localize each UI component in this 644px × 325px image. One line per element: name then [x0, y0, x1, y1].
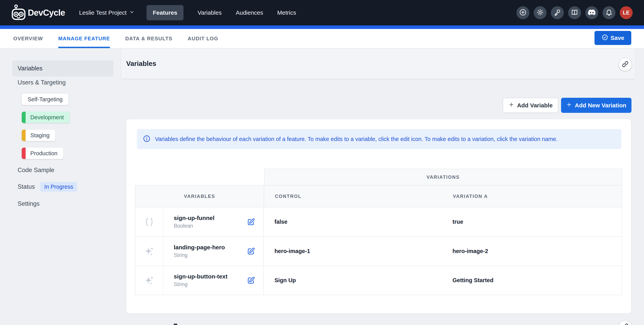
check-circle-icon — [602, 34, 608, 42]
user-avatar[interactable]: LE — [620, 6, 633, 19]
gear-icon — [536, 8, 544, 17]
control-value[interactable]: false — [264, 207, 448, 236]
sparkles-icon — [135, 266, 164, 295]
control-value[interactable]: Sign Up — [264, 266, 448, 295]
info-circle-icon — [143, 135, 151, 143]
env-label: Development — [26, 114, 70, 121]
feature-tabbar: OVERVIEW MANAGE FEATURE DATA & RESULTS A… — [0, 29, 644, 48]
project-switcher[interactable]: Leslie Test Project — [79, 9, 134, 16]
devcycle-app: DevCycle Leslie Test Project Features Va… — [0, 0, 644, 325]
column-header-control[interactable]: CONTROL — [264, 194, 448, 199]
sidebar-env-production[interactable]: Production — [22, 148, 64, 159]
navbar-actions: LE — [516, 6, 633, 19]
devcycle-robot-icon — [11, 4, 26, 21]
sidebar-item-users-targeting[interactable]: Users & Targeting — [18, 78, 66, 87]
plus-icon — [566, 102, 572, 109]
add-variable-button[interactable]: Add Variable — [503, 98, 558, 113]
table-row: sign-up-button-text String Sign Up Getti… — [135, 266, 622, 295]
nav-item-features[interactable]: Features — [146, 5, 184, 20]
chevron-down-icon — [129, 9, 134, 16]
settings-button[interactable] — [534, 6, 546, 19]
accent-strip — [0, 25, 644, 29]
primary-nav: Features Variables Audiences Metrics — [146, 5, 296, 20]
project-name: Leslie Test Project — [79, 9, 126, 16]
bell-icon — [605, 8, 613, 17]
top-navbar: DevCycle Leslie Test Project Features Va… — [0, 0, 644, 25]
key-icon — [554, 8, 561, 17]
tab-manage-feature[interactable]: MANAGE FEATURE — [58, 29, 110, 48]
info-banner: Variables define the behaviour of each v… — [137, 129, 621, 149]
column-header-variables: VARIABLES — [135, 186, 264, 207]
env-label: Production — [26, 150, 64, 157]
info-banner-text: Variables define the behaviour of each v… — [155, 136, 558, 142]
brand-name: DevCycle — [28, 8, 65, 17]
variable-name-cell: landing-page-hero String — [164, 237, 264, 266]
tab-audit-log[interactable]: AUDIT LOG — [188, 29, 218, 48]
env-color-bar — [22, 148, 26, 159]
sidebar-env-staging[interactable]: Staging — [22, 130, 55, 141]
save-button[interactable]: Save — [594, 31, 631, 45]
edit-variable-button[interactable] — [246, 217, 256, 226]
add-new-variation-label: Add New Variation — [575, 102, 626, 109]
variations-group-header: VARIATIONS — [264, 169, 622, 185]
brand-logo[interactable]: DevCycle — [11, 4, 65, 21]
section-header: Variables — [121, 48, 635, 79]
next-section-clipped-text — [174, 324, 177, 325]
sparkles-icon — [135, 237, 164, 266]
save-button-label: Save — [610, 35, 624, 41]
tab-overview[interactable]: OVERVIEW — [13, 29, 43, 48]
variable-name-cell: sign-up-funnel Boolean — [164, 207, 264, 236]
variation-a-value[interactable]: Getting Started — [448, 266, 622, 295]
sidebar-item-code-sample[interactable]: Code Sample — [18, 166, 54, 174]
variation-a-value[interactable]: true — [448, 207, 622, 236]
table-column-header: VARIABLES CONTROL VARIATION A — [135, 185, 622, 207]
copy-link-button-bottom[interactable] — [619, 321, 632, 325]
nav-item-audiences[interactable]: Audiences — [236, 5, 263, 20]
nav-item-variables[interactable]: Variables — [198, 5, 222, 20]
edit-variable-button[interactable] — [246, 247, 256, 256]
api-keys-button[interactable] — [551, 6, 564, 19]
variation-a-value[interactable]: hero-image-2 — [448, 237, 622, 266]
sidebar-item-variables[interactable]: Variables — [12, 60, 114, 76]
add-new-variation-button[interactable]: Add New Variation — [561, 98, 632, 113]
boolean-type-icon — [135, 207, 164, 236]
variables-card: Variables define the behaviour of each v… — [126, 119, 631, 314]
nav-item-metrics[interactable]: Metrics — [277, 5, 296, 20]
link-icon — [622, 61, 629, 68]
link-icon — [622, 323, 629, 325]
status-label: Status — [18, 183, 35, 190]
discord-button[interactable] — [585, 6, 598, 19]
env-color-bar — [22, 130, 26, 141]
docs-button[interactable] — [568, 6, 581, 19]
variables-table-body: sign-up-funnel Boolean false true landin… — [135, 207, 622, 295]
sidebar-item-status[interactable]: Status In Progress — [18, 182, 77, 192]
plus-circle-icon — [519, 8, 526, 17]
variable-name-cell: sign-up-button-text String — [164, 266, 264, 295]
create-button[interactable] — [516, 6, 529, 19]
add-variable-label: Add Variable — [517, 102, 553, 109]
env-label: Staging — [26, 132, 55, 139]
notifications-button[interactable] — [602, 6, 616, 19]
page-title: Variables — [126, 60, 156, 67]
env-label: Self-Targeting — [22, 96, 68, 103]
control-value[interactable]: hero-image-1 — [264, 237, 448, 266]
env-color-bar — [22, 112, 26, 123]
column-header-variation-a[interactable]: VARIATION A — [448, 194, 622, 199]
edit-variable-button[interactable] — [246, 276, 256, 285]
plus-icon — [508, 102, 514, 109]
book-icon — [571, 8, 578, 17]
sidebar-item-settings[interactable]: Settings — [18, 199, 40, 208]
tab-data-results[interactable]: DATA & RESULTS — [125, 29, 172, 48]
sidebar-env-self-targeting[interactable]: Self-Targeting — [22, 94, 68, 105]
sidebar-env-development[interactable]: Development — [22, 112, 70, 123]
table-row: landing-page-hero String hero-image-1 he… — [135, 236, 622, 266]
table-row: sign-up-funnel Boolean false true — [135, 207, 622, 236]
copy-link-button[interactable] — [619, 58, 632, 71]
discord-icon — [588, 8, 596, 17]
status-badge: In Progress — [40, 182, 77, 192]
